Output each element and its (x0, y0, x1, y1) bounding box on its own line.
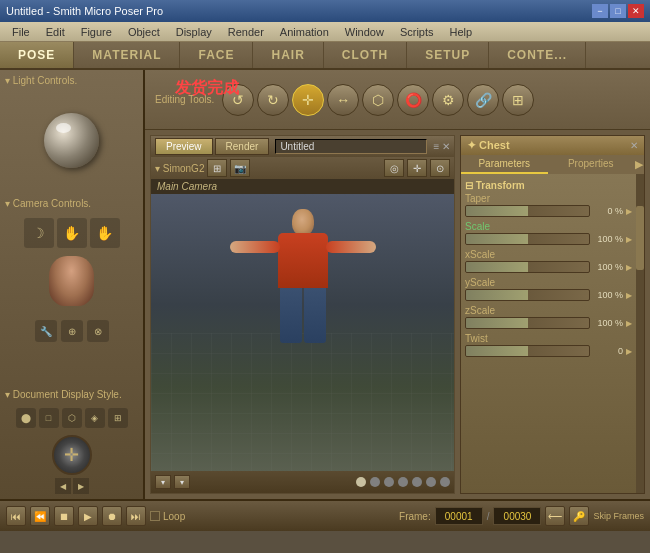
transport-start[interactable]: ⏮ (6, 506, 26, 526)
frame-current-input[interactable] (435, 507, 483, 525)
menu-item-figure[interactable]: Figure (73, 24, 120, 40)
camera-btn-3[interactable]: ⊗ (87, 320, 109, 342)
skip-frames-label: Skip Frames (593, 511, 644, 521)
scene-dot-3[interactable] (384, 477, 394, 487)
display-style-btn-2[interactable]: □ (39, 408, 59, 428)
scene-dot-5[interactable] (412, 477, 422, 487)
transport-play[interactable]: ▶ (78, 506, 98, 526)
param-zscale-arrow[interactable]: ▶ (626, 319, 632, 328)
tab-pose[interactable]: POSE (0, 42, 74, 68)
tool-scale[interactable]: ↔ (327, 84, 359, 116)
transport-record[interactable]: ⏺ (102, 506, 122, 526)
view-btn-1[interactable]: ▾ (155, 475, 171, 489)
menu-item-help[interactable]: Help (442, 24, 481, 40)
preview-tb-btn4[interactable]: ✛ (407, 159, 427, 177)
params-scrollbar[interactable] (636, 174, 644, 493)
preview-tb-btn1[interactable]: ⊞ (207, 159, 227, 177)
menu-item-render[interactable]: Render (220, 24, 272, 40)
figure-selector[interactable]: ▾ SimonG2 (155, 163, 204, 174)
camera-pan-icon[interactable]: ✋ (57, 218, 87, 248)
tab-arrow[interactable]: ▶ (634, 155, 644, 174)
params-scrollbar-thumb[interactable] (636, 206, 644, 270)
transform-group[interactable]: ⊟ Transform (465, 178, 632, 193)
param-taper: Taper 0 % ▶ (465, 193, 632, 217)
tool-undo[interactable]: ↺ (222, 84, 254, 116)
preview-tb-btn5[interactable]: ⊙ (430, 159, 450, 177)
transport-stop[interactable]: ⏹ (54, 506, 74, 526)
light-controls-label: ▾ Light Controls. (5, 75, 138, 86)
display-style-btn-1[interactable]: ⬤ (16, 408, 36, 428)
display-style-btn-4[interactable]: ◈ (85, 408, 105, 428)
preview-title-input[interactable] (275, 139, 427, 154)
camera-zoom-icon[interactable]: ✋ (90, 218, 120, 248)
param-twist-arrow[interactable]: ▶ (626, 347, 632, 356)
scene-dot-7[interactable] (440, 477, 450, 487)
menu-item-object[interactable]: Object (120, 24, 168, 40)
tool-rotate[interactable]: ⬡ (362, 84, 394, 116)
maximize-button[interactable]: □ (610, 4, 626, 18)
menu-item-edit[interactable]: Edit (38, 24, 73, 40)
param-zscale-slider[interactable] (465, 317, 590, 329)
transport-lock-btn[interactable]: 🔑 (569, 506, 589, 526)
camera-rotate-icon[interactable]: ☽ (24, 218, 54, 248)
tab-setup[interactable]: SETUP (407, 42, 489, 68)
scene-dot-4[interactable] (398, 477, 408, 487)
loop-checkbox[interactable] (150, 511, 160, 521)
menu-item-display[interactable]: Display (168, 24, 220, 40)
display-style-btn-3[interactable]: ⬡ (62, 408, 82, 428)
preview-close-btn[interactable]: ≡ ✕ (433, 141, 450, 152)
minimize-button[interactable]: − (592, 4, 608, 18)
param-xscale-slider[interactable] (465, 261, 590, 273)
transport-key-btn[interactable]: ⟵ (545, 506, 565, 526)
param-taper-slider[interactable] (465, 205, 590, 217)
light-sphere[interactable] (44, 113, 99, 168)
menu-item-window[interactable]: Window (337, 24, 392, 40)
param-scale-value: 100 % (593, 234, 623, 244)
preview-tb-btn2[interactable]: 📷 (230, 159, 250, 177)
tab-cloth[interactable]: CLOTH (324, 42, 407, 68)
scene-dot-2[interactable] (370, 477, 380, 487)
compass-icon[interactable]: ✛ (52, 435, 92, 475)
render-tab[interactable]: Render (215, 138, 270, 155)
tool-grid[interactable]: ⊞ (502, 84, 534, 116)
param-yscale-slider[interactable] (465, 289, 590, 301)
param-scale-arrow[interactable]: ▶ (626, 235, 632, 244)
param-yscale-arrow[interactable]: ▶ (626, 291, 632, 300)
preview-tab[interactable]: Preview (155, 138, 213, 155)
scene-view[interactable] (151, 194, 454, 471)
tool-settings[interactable]: ⚙ (432, 84, 464, 116)
transport-end[interactable]: ⏭ (126, 506, 146, 526)
nav-btn-1[interactable]: ◀ (55, 478, 71, 494)
scene-dot-1[interactable] (356, 477, 366, 487)
menu-item-file[interactable]: File (4, 24, 38, 40)
parameters-header: ✦ Chest ✕ (461, 136, 644, 155)
param-taper-arrow[interactable]: ▶ (626, 207, 632, 216)
param-xscale-arrow[interactable]: ▶ (626, 263, 632, 272)
tab-material[interactable]: MATERIAL (74, 42, 180, 68)
display-style-btn-5[interactable]: ⊞ (108, 408, 128, 428)
tool-translate[interactable]: ✛ (292, 84, 324, 116)
tool-redo[interactable]: ↻ (257, 84, 289, 116)
tab-conte[interactable]: CONTE... (489, 42, 586, 68)
menu-item-animation[interactable]: Animation (272, 24, 337, 40)
frame-total-input[interactable] (493, 507, 541, 525)
parameters-tab[interactable]: Parameters (461, 155, 548, 174)
nav-btn-2[interactable]: ▶ (73, 478, 89, 494)
view-btn-2[interactable]: ▾ (174, 475, 190, 489)
transport-back[interactable]: ⏪ (30, 506, 50, 526)
camera-btn-2[interactable]: ⊕ (61, 320, 83, 342)
tab-hair[interactable]: HAIR (253, 42, 323, 68)
camera-btn-1[interactable]: 🔧 (35, 320, 57, 342)
document-display-label: ▾ Document Display Style. (5, 389, 138, 400)
tool-link[interactable]: 🔗 (467, 84, 499, 116)
preview-tb-btn3[interactable]: ◎ (384, 159, 404, 177)
tab-face[interactable]: FACE (180, 42, 253, 68)
properties-tab[interactable]: Properties (548, 155, 635, 174)
parameters-close-btn[interactable]: ✕ (630, 140, 638, 151)
menu-item-scripts[interactable]: Scripts (392, 24, 442, 40)
scene-dot-6[interactable] (426, 477, 436, 487)
param-scale-slider[interactable] (465, 233, 590, 245)
param-twist-slider[interactable] (465, 345, 590, 357)
tool-morph[interactable]: ⭕ (397, 84, 429, 116)
close-button[interactable]: ✕ (628, 4, 644, 18)
